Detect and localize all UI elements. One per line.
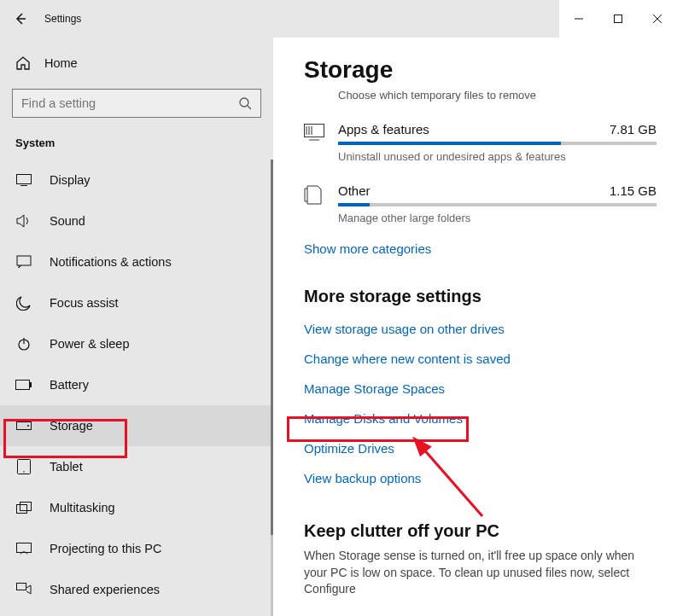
svg-line-5 [248,106,251,109]
battery-icon [15,380,32,390]
more-settings-title: More storage settings [304,287,657,306]
section-header: System [0,128,273,154]
category-other[interactable]: Other 1.15 GB Manage other large folders [304,183,657,224]
projecting-icon [15,543,32,555]
nav-sound[interactable]: Sound [0,200,273,241]
link-manage-disks-volumes[interactable]: Manage Disks and Volumes [304,411,657,426]
category-apps-features[interactable]: Apps & features 7.81 GB Uninstall unused… [304,122,657,163]
apps-icon [304,124,328,141]
svg-rect-12 [30,382,32,387]
power-icon [15,337,32,351]
nav-label: Projecting to this PC [50,542,161,555]
sound-icon [15,214,32,228]
nav-multitasking[interactable]: Multitasking [0,487,273,528]
svg-rect-19 [17,543,32,553]
search-icon [238,96,252,110]
nav-notifications[interactable]: Notifications & actions [0,241,273,282]
svg-rect-17 [17,505,27,514]
svg-rect-20 [17,584,26,590]
show-more-categories-link[interactable]: Show more categories [304,241,657,256]
svg-point-14 [27,425,29,427]
nav-tablet[interactable]: Tablet [0,446,273,487]
svg-rect-21 [305,125,324,137]
nav-label: Focus assist [50,296,119,310]
titlebar: Settings [0,0,677,38]
shared-icon [15,583,32,596]
nav-label: Sound [50,214,85,228]
nav-label: Shared experiences [50,583,160,596]
category-size: 1.15 GB [610,183,657,198]
svg-rect-8 [17,256,31,265]
nav-shared-experiences[interactable]: Shared experiences [0,569,273,610]
nav-label: Tablet [50,460,83,474]
link-view-storage-other-drives[interactable]: View storage usage on other drives [304,322,657,336]
link-manage-storage-spaces[interactable]: Manage Storage Spaces [304,381,657,396]
nav-projecting[interactable]: Projecting to this PC [0,528,273,569]
home-icon [15,55,31,71]
nav-label: Notifications & actions [50,255,172,269]
nav-list: Display Sound Notifications & actions Fo… [0,160,273,616]
maximize-button[interactable] [598,0,638,38]
sidebar-scrollthumb[interactable] [271,160,273,535]
category-desc: Uninstall unused or undesired apps & fea… [338,150,657,163]
nav-power-sleep[interactable]: Power & sleep [0,323,273,364]
search-box[interactable] [12,89,261,118]
nav-label: Battery [50,378,89,392]
back-button[interactable] [0,0,41,38]
sidebar: Home System Display [0,38,273,616]
usage-bar [338,142,657,145]
link-change-content-location[interactable]: Change where new content is saved [304,352,657,366]
page-title: Storage [304,56,657,84]
nav-battery[interactable]: Battery [0,364,273,405]
usage-bar [338,203,657,206]
svg-point-4 [240,98,248,107]
nav-label: Display [50,173,90,187]
focus-assist-icon [15,295,32,311]
nav-focus-assist[interactable]: Focus assist [0,282,273,323]
svg-rect-18 [20,503,32,511]
nav-storage[interactable]: Storage [0,405,273,446]
svg-rect-11 [16,381,30,390]
svg-rect-6 [17,175,32,184]
close-button[interactable] [638,0,677,38]
category-name: Apps & features [338,122,429,137]
main-content: Storage Choose which temporary files to … [273,38,677,616]
home-nav[interactable]: Home [0,46,273,80]
home-label: Home [44,56,78,70]
display-icon [15,174,32,186]
other-icon [304,185,328,206]
nav-label: Storage [50,419,93,433]
page-subtitle: Choose which temporary files to remove [338,89,657,102]
keep-clutter-desc: When Storage sense is turned on, it'll f… [304,548,657,598]
nav-label: Power & sleep [50,337,130,351]
link-view-backup-options[interactable]: View backup options [304,471,657,485]
category-desc: Manage other large folders [338,212,657,224]
link-optimize-drives[interactable]: Optimize Drives [304,441,657,456]
svg-point-16 [23,471,25,473]
category-size: 7.81 GB [610,122,657,137]
storage-icon [15,421,32,430]
search-input[interactable] [21,96,238,110]
multitasking-icon [15,502,32,514]
window-title: Settings [41,13,81,25]
category-name: Other [338,183,371,198]
tablet-icon [15,459,32,474]
notifications-icon [15,255,32,269]
nav-display[interactable]: Display [0,160,273,200]
keep-clutter-title: Keep clutter off your PC [304,521,657,541]
nav-label: Multitasking [50,501,115,514]
minimize-button[interactable] [559,0,598,38]
svg-rect-1 [615,15,622,23]
